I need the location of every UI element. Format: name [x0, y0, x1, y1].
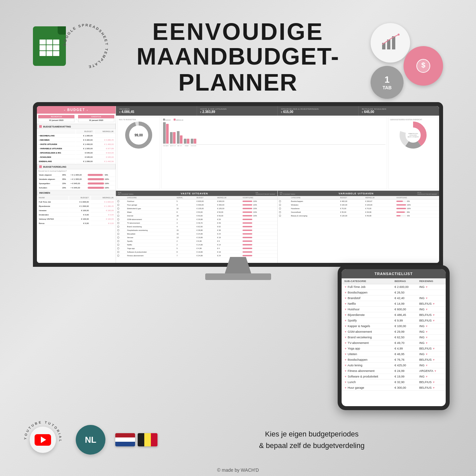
tablet-rekening: BELFIUS ▼ [417, 379, 446, 385]
tablet-bedrag: € 49,70 [392, 340, 417, 346]
vaste-checkbox[interactable] [117, 226, 119, 228]
legend-werkelijk-dot [174, 119, 176, 121]
tablet-bedrag: € 100,00 [392, 323, 417, 329]
vaste-cat: Mutualiteit [126, 232, 175, 236]
tablet-cat: ▼ TV-abonnement [342, 340, 392, 346]
tablet-rekening: BELFIUS ▼ [417, 346, 446, 351]
tablet-cat: ▼ Uiteten [342, 351, 392, 357]
vaste-cat: Netflix [126, 243, 175, 247]
vaste-voortgang [241, 232, 277, 236]
tablet-cat: ▼ Brand verzekering [342, 335, 392, 340]
vaste-checkbox[interactable] [117, 218, 119, 220]
variabele-checkbox[interactable] [279, 200, 281, 202]
tablet-rekening: ING ▼ [417, 363, 446, 368]
vaste-verval: 9 [175, 203, 195, 207]
variabele-checkbox[interactable] [279, 211, 281, 213]
bottom-tables: 99,00NIET TE BUDGETTEREN VASTE UITGAVEN … [116, 190, 439, 263]
tablet-col1: SUB-CATEGORIE [342, 278, 392, 284]
variabele-werkelijk: € 29,99 [364, 210, 395, 214]
vaste-voortgang [241, 221, 277, 225]
vaste-verval: 3 [175, 218, 195, 221]
tablet-row: ▼ TV-abonnement € 49,70 ING ▼ [342, 340, 446, 346]
vaste-voortgang [241, 247, 277, 250]
tablet-bedrag: € 42,40 [392, 295, 417, 301]
flag-be-yellow [144, 433, 151, 446]
variabele-werkelijk: € 100,00 [364, 203, 395, 207]
vaste-checkbox[interactable] [117, 233, 119, 235]
variabele-budget: € 70,00 [339, 207, 364, 210]
tablet-row: ▼ Netflix € 14,99 BELFIUS ▼ [342, 301, 446, 307]
variabele-checkbox[interactable] [279, 204, 281, 206]
vaste-checkbox[interactable] [117, 208, 119, 210]
tablet-bedrag: € 26,50 [392, 290, 417, 295]
variabele-voortgang: 42% [395, 214, 439, 218]
vaste-verval: 20 [175, 214, 195, 218]
tablet-rekening: ING ▼ [417, 351, 446, 357]
end-date: 31 januari 2023 [78, 118, 114, 122]
charts-area: NOG TE BUDGETTEN 99,00 BUDGET [116, 116, 439, 190]
tablet-rekening: ING ▼ [417, 295, 446, 301]
vaste-checkbox[interactable] [117, 251, 119, 253]
vaste-checkbox[interactable] [117, 229, 119, 231]
monitor: - BUDGET - BEGINDATUM 01 januari 2023 - … [20, 102, 456, 287]
bar-actual-var [180, 135, 182, 144]
kosten-label-spaar: SPAARGELDEN [407, 133, 419, 134]
budget-header: - BUDGET - [37, 106, 116, 114]
tablet-cat: ▼ Software & produtiviteit [342, 374, 392, 379]
svg-point-4 [398, 34, 400, 36]
variabele-budget: € 400,00 [339, 200, 364, 203]
tablet-cat: ▼ Full-Time Job [342, 284, 392, 290]
stat-value: € 645,00 [362, 110, 436, 114]
vaste-cat: Vervoer [126, 236, 175, 239]
vaste-checkbox[interactable] [117, 204, 119, 206]
tablet-row: ▼ Auto lening € 425,00 ING ▼ [342, 363, 446, 368]
tablet-row: ▼ Kapper & Nagels € 100,00 ING ▼ [342, 323, 446, 329]
vaste-checkbox[interactable] [117, 200, 119, 202]
bottom-text: Kies je eigen budgetperiodes & bepaal ze… [167, 428, 456, 451]
vaste-uitgaven-section: 99,00NIET TE BUDGETTEREN VASTE UITGAVEN … [116, 191, 277, 263]
variabele-budget: € 120,00 [339, 214, 364, 218]
stat-box: VASTE & VAR.UITGAVEN € 2.383,89 [197, 106, 278, 116]
vaste-right-stat: 0,00OVERSCHOT/TEKORT BUDGET [256, 192, 275, 195]
tablet-row: ▼ Lunch € 32,90 BELFIUS ▼ [342, 379, 446, 385]
tablet-cat: ▼ Huishuur [342, 307, 392, 312]
vaste-voortgang [241, 243, 277, 247]
vaste-checkbox[interactable] [117, 244, 119, 246]
vaste-checkbox[interactable] [117, 240, 119, 242]
variabele-uitgaven-header: 0,00NIET TE BUDGETTEREN VARIABELE UITGAV… [278, 191, 439, 196]
vaste-checkbox[interactable] [117, 247, 119, 249]
sheets-cell [40, 51, 46, 56]
donut-value: 99,00 [134, 133, 143, 137]
bar-legend: BUDGET WERKELIJK [163, 119, 385, 121]
vaste-checkbox[interactable] [117, 211, 119, 213]
vaste-verval: 5 [175, 247, 195, 250]
flag-netherlands [115, 433, 135, 446]
vaste-checkbox[interactable] [117, 237, 119, 238]
tablet-cat: ▼ Huur garage [342, 385, 392, 391]
vaste-verval: 15 [175, 229, 195, 232]
bar-budget-vaste [170, 132, 173, 144]
vaste-werkelijk: € 4 [216, 247, 241, 250]
vaste-voortgang [241, 229, 277, 232]
tablet-cat: ▼ Lunch [342, 379, 392, 385]
sheets-cell [53, 51, 59, 56]
stat-value: € 2.383,89 [200, 110, 274, 114]
bottom-text-line1: Kies je eigen budgetperiodes [167, 428, 456, 440]
flag-nl-red [115, 433, 135, 437]
tablet-bedrag: € 4,99 [392, 346, 417, 351]
tablet-cat: ▼ GSM-abonnement [342, 329, 392, 335]
tablet-table: SUB-CATEGORIE BEDRAG REKENING ▼ Full-Tim… [342, 278, 446, 391]
tablet-cat: ▼ Netflix [342, 301, 392, 307]
variabele-checkbox[interactable] [279, 208, 281, 210]
vaste-checkbox[interactable] [117, 215, 119, 217]
vaste-checkbox[interactable] [117, 255, 119, 257]
vaste-checkbox[interactable] [117, 222, 119, 224]
bar-chart-section: BUDGET WERKELIJK [161, 117, 387, 189]
youtube-icon[interactable] [30, 427, 56, 453]
variabele-checkbox[interactable] [279, 215, 281, 217]
svg-text:$: $ [421, 61, 425, 69]
end-date-box: EINDDATUM 31 januari 2023 [78, 115, 114, 122]
start-label: BEGINDATUM [38, 115, 74, 118]
legend-werkelijk-label: WERKELIJK [176, 119, 183, 121]
tablet-cat: ▼ Auto lening [342, 363, 392, 368]
